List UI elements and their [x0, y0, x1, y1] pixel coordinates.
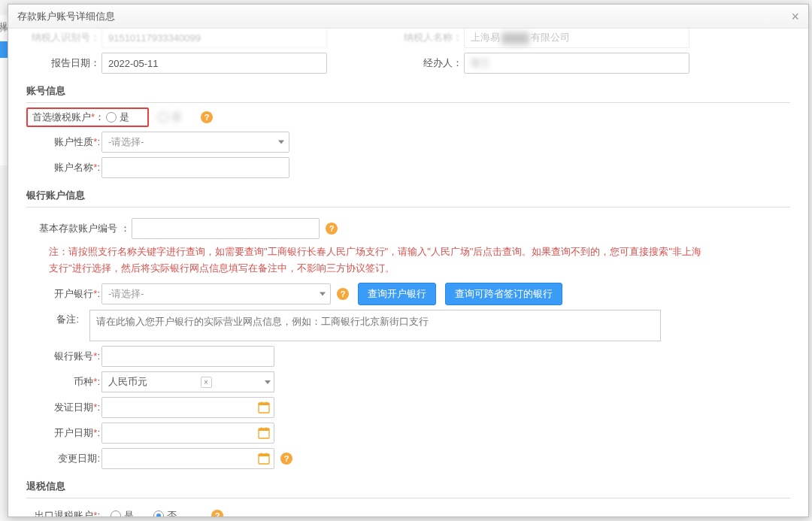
preferred-tax-account-highlight: 首选缴税账户*： 是 — [26, 108, 149, 127]
taxpayer-id-label: 纳税人识别号： — [26, 31, 102, 44]
bank-account-no-label: 银行账号*: — [26, 350, 102, 363]
close-icon[interactable]: × — [791, 10, 799, 23]
open-date-input[interactable] — [102, 423, 274, 444]
radio-label: 是 — [124, 509, 134, 516]
chevron-down-icon — [320, 292, 326, 296]
remark-textarea[interactable] — [89, 310, 661, 341]
help-icon[interactable]: ? — [326, 223, 338, 235]
open-bank-label: 开户银行*: — [26, 287, 102, 301]
calendar-icon[interactable] — [256, 426, 271, 441]
preferred-tax-yes-radio[interactable]: 是 — [106, 111, 129, 124]
chevron-down-icon — [278, 141, 284, 144]
issue-date-input[interactable] — [102, 397, 274, 418]
change-date-input[interactable] — [102, 448, 274, 469]
bank-account-no-input[interactable] — [102, 346, 274, 367]
section-refund-info: 退税信息 — [26, 475, 790, 498]
query-open-bank-button[interactable]: 查询开户银行 — [358, 283, 436, 305]
issue-date-label: 发证日期*: — [26, 401, 102, 414]
section-account-info: 账号信息 — [26, 80, 790, 103]
modal-header: 存款账户账号详细信息 × — [8, 5, 808, 29]
export-refund-label: 出口退税账户*: — [26, 509, 102, 516]
handler-label: 经办人： — [389, 56, 464, 70]
basic-deposit-no-input[interactable] — [132, 218, 320, 239]
modal-title: 存款账户账号详细信息 — [17, 10, 115, 23]
svg-rect-9 — [259, 454, 269, 456]
preferred-tax-account-label: 首选缴税账户*： — [29, 111, 106, 124]
svg-rect-6 — [261, 428, 262, 430]
help-icon[interactable]: ? — [337, 288, 349, 300]
calendar-icon[interactable] — [256, 451, 271, 466]
svg-rect-3 — [266, 402, 268, 404]
taxpayer-name-label: 纳税人名称： — [389, 31, 464, 44]
svg-rect-7 — [266, 428, 268, 430]
help-icon[interactable]: ? — [211, 510, 223, 516]
section-bank-info: 银行账户信息 — [26, 184, 790, 207]
account-nature-select[interactable]: -请选择- — [102, 132, 289, 153]
radio-label: 否 — [167, 509, 177, 516]
svg-rect-1 — [259, 403, 269, 405]
radio-label-yes: 是 — [120, 111, 129, 124]
taxpayer-name-value: 上海易 ████ 有限公司 — [464, 29, 689, 48]
chevron-down-icon — [265, 380, 271, 384]
svg-rect-5 — [259, 429, 269, 431]
report-date-input[interactable] — [102, 53, 327, 74]
open-bank-select[interactable]: -请选择- — [102, 283, 331, 304]
export-refund-no-radio[interactable]: 否 — [153, 509, 177, 516]
change-date-label: 变更日期: — [26, 452, 102, 465]
background-blue-tab — [0, 41, 8, 58]
preferred-tax-other-option[interactable]: 否 — [158, 111, 192, 124]
account-name-label: 账户名称*: — [26, 161, 102, 174]
deposit-account-detail-modal: 存款账户账号详细信息 × 纳税人识别号： 纳税人名称： 上海易 ████ 有限公… — [8, 4, 809, 517]
basic-deposit-no-label: 基本存款账户编号 ： — [26, 222, 132, 235]
query-cross-province-bank-button[interactable]: 查询可跨省签订的银行 — [445, 283, 562, 305]
modal-body: 纳税人识别号： 纳税人名称： 上海易 ████ 有限公司 报告日期： 经办人： — [8, 29, 808, 516]
svg-rect-2 — [261, 402, 262, 404]
bank-search-note: 注：请按照支行名称关键字进行查询，如需要查询"工商银行长春人民广场支行"，请输入… — [49, 244, 703, 277]
currency-select[interactable]: 人民币元 × — [102, 371, 274, 392]
open-date-label: 开户日期*: — [26, 426, 102, 440]
currency-label: 币种*: — [26, 375, 102, 389]
help-icon[interactable]: ? — [201, 111, 213, 123]
clear-currency-icon[interactable]: × — [201, 377, 212, 388]
svg-rect-11 — [266, 453, 268, 456]
handler-value: 张三 — [464, 53, 689, 74]
svg-rect-10 — [261, 453, 262, 456]
remark-label: 备注: — [26, 310, 80, 326]
account-name-input[interactable] — [102, 157, 289, 178]
report-date-label: 报告日期： — [26, 56, 102, 70]
account-nature-label: 账户性质*: — [26, 135, 102, 149]
help-icon[interactable]: ? — [280, 453, 292, 465]
currency-value: 人民币元 — [108, 375, 147, 389]
calendar-icon[interactable] — [256, 400, 271, 415]
export-refund-yes-radio[interactable]: 是 — [111, 509, 134, 516]
taxpayer-id-input[interactable] — [102, 29, 327, 48]
